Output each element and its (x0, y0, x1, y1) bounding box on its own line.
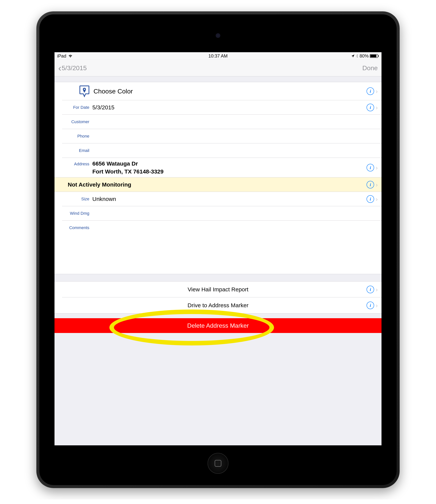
cell-accessory: i › (367, 302, 382, 309)
status-bar: iPad 10:37 AM 80% (54, 52, 382, 60)
customer-row[interactable]: Customer (54, 115, 382, 129)
cell-accessory: i › (367, 181, 382, 189)
spacer (54, 235, 382, 274)
email-row[interactable]: Email (54, 144, 382, 158)
wifi-icon (68, 54, 73, 58)
wind-dmg-row[interactable]: Wind Dmg (54, 206, 382, 221)
content-scroll[interactable]: Choose Color i › For Date 5/3/2015 i › (54, 76, 382, 445)
chevron-right-icon: › (376, 181, 378, 188)
address-value: 6656 Watauga Dr Fort Worth, TX 76148-332… (92, 160, 367, 176)
battery-percent: 80% (360, 53, 369, 59)
cell-accessory: i › (367, 87, 382, 95)
done-button[interactable]: Done (362, 64, 378, 72)
drive-to-label: Drive to Address Marker (188, 302, 248, 309)
phone-label: Phone (54, 134, 92, 139)
status-left: iPad (57, 53, 73, 59)
info-icon[interactable]: i (367, 104, 374, 111)
chevron-right-icon: › (376, 196, 378, 203)
spacer (54, 274, 382, 281)
for-date-label: For Date (54, 105, 92, 110)
info-icon[interactable]: i (367, 87, 374, 95)
chevron-right-icon: › (376, 88, 378, 95)
delete-button[interactable]: Delete Address Marker (54, 318, 382, 333)
spacer (54, 76, 382, 82)
for-date-row[interactable]: For Date 5/3/2015 i › (54, 100, 382, 115)
svg-rect-2 (378, 55, 379, 57)
battery-icon (370, 54, 379, 58)
info-icon[interactable]: i (367, 181, 374, 189)
cell-accessory: i › (367, 195, 382, 203)
monitoring-value: Not Actively Monitoring (54, 181, 367, 188)
back-label: 5/3/2015 (62, 64, 87, 72)
address-label: Address (54, 160, 92, 166)
info-icon[interactable]: i (367, 164, 374, 171)
size-row[interactable]: Size Unknown i › (54, 192, 382, 206)
carrier-label: iPad (57, 53, 66, 59)
spacer (54, 313, 382, 318)
home-button[interactable] (208, 453, 228, 474)
size-value: Unknown (92, 196, 367, 202)
view-report-label: View Hail Impact Report (188, 286, 248, 293)
svg-point-3 (84, 89, 85, 90)
wind-dmg-label: Wind Dmg (54, 211, 92, 216)
info-icon[interactable]: i (367, 302, 374, 309)
phone-row[interactable]: Phone (54, 129, 382, 144)
drive-to-button[interactable]: Drive to Address Marker i › (54, 297, 382, 313)
nav-bar: ‹ 5/3/2015 Done (54, 60, 382, 76)
location-icon (351, 54, 355, 58)
chevron-left-icon: ‹ (58, 63, 61, 73)
camera-icon (216, 33, 220, 38)
address-line1: 6656 Watauga Dr (92, 160, 365, 168)
pin-icon (79, 85, 90, 97)
info-icon[interactable]: i (367, 286, 374, 293)
screen: iPad 10:37 AM 80% (54, 52, 382, 445)
ipad-device-frame: iPad 10:37 AM 80% (36, 11, 400, 488)
chevron-right-icon: › (376, 164, 378, 171)
size-label: Size (54, 197, 92, 201)
back-button[interactable]: ‹ 5/3/2015 (58, 63, 87, 73)
cell-accessory: i › (367, 104, 382, 111)
chevron-right-icon: › (376, 286, 378, 293)
bluetooth-icon (356, 54, 358, 58)
choose-color-label: Choose Color (93, 88, 367, 95)
address-line2: Fort Worth, TX 76148-3329 (92, 168, 365, 176)
chevron-right-icon: › (376, 104, 378, 111)
address-row[interactable]: Address 6656 Watauga Dr Fort Worth, TX 7… (54, 158, 382, 178)
for-date-value: 5/3/2015 (92, 104, 367, 111)
comments-value (92, 224, 382, 232)
delete-label: Delete Address Marker (187, 322, 249, 329)
status-time: 10:37 AM (208, 53, 227, 59)
info-icon[interactable]: i (367, 195, 374, 203)
home-square-icon (215, 460, 221, 467)
comments-row[interactable]: Comments (54, 221, 382, 235)
spacer (54, 333, 382, 409)
status-right: 80% (351, 53, 379, 59)
email-label: Email (54, 148, 92, 153)
svg-rect-1 (370, 55, 376, 57)
view-report-button[interactable]: View Hail Impact Report i › (54, 281, 382, 297)
chevron-right-icon: › (376, 302, 378, 309)
ipad-bezel: iPad 10:37 AM 80% (39, 14, 397, 485)
cell-accessory: i › (367, 164, 382, 171)
customer-label: Customer (54, 119, 92, 124)
comments-label: Comments (54, 225, 92, 230)
monitoring-row[interactable]: Not Actively Monitoring i › (54, 178, 382, 192)
choose-color-row[interactable]: Choose Color i › (54, 82, 382, 100)
cell-accessory: i › (367, 286, 382, 293)
